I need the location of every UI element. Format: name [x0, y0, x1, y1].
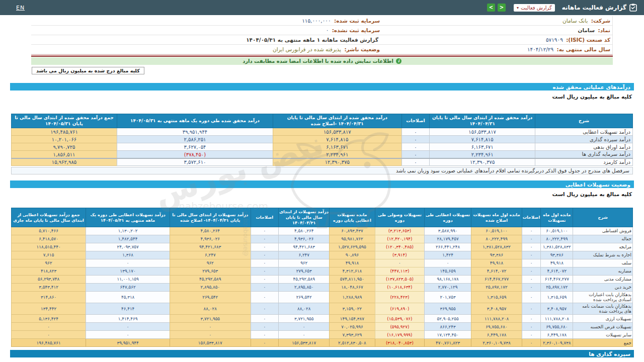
value-cell: ۲,۸۹۵,۸۵۰	[279, 283, 330, 291]
table-row: درآمد تسهیلات اعطایی۱۵۶,۵۳۳,۸۱۷۰۱۵۶,۵۳۳,…	[12, 128, 633, 136]
value-cell: ۵۷۴,۸۱۱,۹۵۰	[330, 275, 375, 283]
value-cell: ۰	[86, 259, 170, 267]
value-cell: ۱۱۸,۵۱۵,۴۴۰	[12, 243, 86, 251]
value-cell: ۲۵,۸۹۷,۱۷۲	[541, 283, 573, 291]
value-cell: ۸۰,۲۲۲,۴۹۹	[471, 235, 522, 243]
value-cell: ۵,۷۱۰,۴۶۶	[12, 227, 86, 235]
value-cell: ۴,۶۱۴,۰۷۲	[471, 267, 522, 275]
value-cell: ۹۵,۹۸۱,۷۶۲	[330, 235, 375, 243]
value-cell: ۶۰,۵۱۹,۱۰۰	[541, 227, 573, 235]
value-cell: ۰	[170, 331, 251, 339]
value-cell: ۰	[86, 331, 170, 339]
million-rial-note-box: کلیه مبالغ درج شده به میلیون ریال می باش…	[32, 67, 144, 74]
value-cell: ۱۴۹,۱۵۴,۳۸۷	[330, 315, 375, 323]
row-label-cell: بدهکاران بابت ضمانت نامه های پرداخت شده	[573, 303, 633, 314]
row-label-cell: درآمد اوراق بدهی	[535, 143, 633, 151]
value-cell: ۰	[522, 291, 541, 303]
value-cell: (۲۲۸,۴۲۳)	[375, 291, 425, 303]
value-cell: ۱۴۵,۶۵۹	[425, 267, 471, 275]
value-cell: (۱۲۰,۳۴۰,۴۸۵)	[375, 243, 425, 251]
table-row: تسهیلات قرض الحسنه۶۹,۷۵۵,۶۸۰۰۶۹,۷۵۵,۶۸۰۸…	[12, 323, 633, 331]
amounts-note: کلیه مبالغ به میلیون ریال است	[0, 94, 632, 100]
value-cell: ۱۹۶,۴۸۵,۷۶۱	[12, 128, 117, 136]
value-cell: ۰	[251, 303, 279, 314]
table-row: اجاره به شرط تملیک۹۳,۳۸۶۰۹۳,۳۸۶۱,۴۲۴(۳,۹…	[12, 251, 633, 259]
value-cell: ۴,۶۱۴,۰۷۲	[541, 267, 573, 275]
fiscal-year-value: ۱۴۰۴/۱۲/۲۹	[527, 46, 553, 52]
value-cell: ۲۰۱,۷۵۳	[425, 291, 471, 303]
next-report-button[interactable]: >	[498, 4, 506, 12]
value-cell: ۰	[279, 331, 330, 339]
operating-income-table: شرحدرآمد محقق شده از ابتدای سال مالی تا …	[11, 114, 633, 166]
row-label-cell: مضاربه	[573, 267, 633, 275]
table-row: بدهکاران بابت ضمانت نامه های پرداخت شده۳…	[12, 303, 633, 314]
isic-label: کد صنعت (ISIC):	[566, 37, 610, 43]
value-cell: ۱۵۶,۵۳۳,۸۱۷	[430, 128, 535, 136]
info-row: کد صنعت (ISIC): ۵۷۱۹۰۹ گزارش فعالیت ماها…	[31, 35, 612, 45]
value-cell: ۰	[251, 315, 279, 323]
value-cell: ۶۱۴,۴۶۷,۲۷۷	[541, 275, 573, 283]
value-cell: ۳۶۹,۹۵۵	[425, 303, 471, 314]
red-divider	[31, 55, 613, 57]
value-cell: ۶۴۷,۵۶۲	[86, 283, 170, 291]
row-label-cell: بدهکاران بابت اعتبارات اسنادی پرداخت شده	[573, 291, 633, 303]
report-type-dropdown[interactable]: گزارش فعالیت ▾	[514, 4, 555, 12]
report-period-field: گزارش فعالیت ماهانه ۱ ماهه منتهی به ۱۴۰۴…	[31, 37, 380, 43]
value-cell: ۱۵۶,۵۳۳,۸۱۷	[170, 339, 251, 347]
table-row: مشارکت مدنی۶۱۴,۴۶۷,۲۷۷۰۶۱۴,۴۶۷,۲۷۷۹۸,۱۶۸…	[12, 275, 633, 283]
value-cell: ۴۹,۹۱۸	[471, 259, 522, 267]
column-header: درآمد تسهیلات از ابتدای سال مالی تا پایا…	[170, 208, 251, 227]
table-row: سلف۴۹,۹۱۸۰۴۹,۹۱۸۰۰۴۹,۹۱۸۹۶۲۰۹۶۲۰۹۶۲	[12, 259, 633, 267]
value-cell: ۳۱۴,۸۶۰	[12, 291, 86, 303]
value-cell: ۰	[522, 251, 541, 259]
chevron-down-icon: ▾	[517, 6, 519, 10]
table-row: بدهکاران بابت اعتبارات اسنادی پرداخت شده…	[12, 291, 633, 303]
value-cell: ۱۲,۳۹۰,۳۷۵	[430, 158, 535, 166]
table-row: سایر تسهیلات۶,۴۴۹,۱۷۸۰۶,۴۴۹,۱۷۸۱۷,۱۲۴,۴۵…	[12, 331, 633, 339]
value-cell: ۰	[170, 323, 251, 331]
value-cell: (۳۷۸,۴۵۰)	[117, 151, 273, 158]
row-label-cell: جمع	[573, 339, 633, 347]
value-cell: ۰	[522, 275, 541, 283]
column-header: مانده تسهیلات اعطایی پایان دوره	[330, 208, 375, 227]
value-cell: ۸۸,۰۲۸	[170, 303, 251, 314]
info-icon: i	[396, 58, 401, 64]
unregistered-capital-value: ۰	[326, 27, 329, 33]
value-cell: ۰	[522, 235, 541, 243]
value-cell: ۳,۷۲۱,۹۵۵	[279, 315, 330, 323]
isic-field: کد صنعت (ISIC): ۵۷۱۹۰۹	[380, 37, 612, 43]
info-row: سال مالی منتهی به: ۱۴۰۴/۱۲/۲۹ وضعیت ناشر…	[31, 45, 612, 54]
column-header: مانده اول ماه تسهیلات اصلاح شده	[471, 208, 522, 227]
table-row: درآمد سپرده گذاری۷,۶۱۴,۸۱۵۰۷,۶۱۴,۸۱۵۲,۵۸…	[12, 136, 633, 143]
signed-match-notice: i اطلاعات نمایش داده شده با اطلاعات امضا…	[31, 57, 613, 65]
value-cell: ۹۶۲	[170, 259, 251, 267]
value-cell: ۲۷۹,۶۵۳	[279, 267, 330, 275]
value-cell: ۱,۴۱۴,۴۶۹	[86, 315, 170, 323]
amounts-note-2: کلیه مبالغ به میلیون ریال است	[0, 191, 632, 197]
value-cell: ۱,۳۱۵,۶۵۹	[471, 291, 522, 303]
table-row: تسهیلات ارزی۱۱۱,۷۸۸,۲۰۸۰۱۱۱,۷۸۸,۲۰۸۵۲,۹۰…	[12, 315, 633, 323]
signed-match-text: اطلاعات نمایش داده شده با اطلاعات امضا ش…	[243, 58, 393, 64]
column-header: جمع درآمد محقق شده از ابتدای سال مالی تا…	[12, 114, 117, 128]
table-row: جمع۲,۳۶۰,۱۰۹,۷۳۸۰۲,۳۶۰,۱۰۹,۷۳۸۴۷۰,۷۶۱,۸۲…	[12, 339, 633, 347]
english-language-link[interactable]: EN	[16, 5, 25, 11]
row-label-cell: درآمد تسهیلات اعطایی	[535, 128, 633, 136]
value-cell: ۳,۷۲۱,۹۵۵	[170, 315, 251, 323]
value-cell: ۰	[401, 158, 430, 166]
value-cell: ۰	[522, 315, 541, 323]
symbol-value: سامان	[578, 27, 595, 33]
value-cell: ۸۸,۰۲۸	[279, 303, 330, 314]
value-cell: ۶,۲۴۷	[279, 251, 330, 259]
issuer-status-label: وضعیت ناشر:	[344, 46, 380, 52]
registered-capital-field: سرمایه ثبت شده: ۱۱۵,۰۰۰,۰۰۰	[31, 18, 380, 24]
row-label-cell: اجاره به شرط تملیک	[573, 251, 633, 259]
value-cell: (۱۳۷,۸۲۳,۵۰۵)	[375, 275, 425, 283]
value-cell: ۶۱۴,۴۶۷,۲۷۷	[471, 275, 522, 283]
table-row: خرید دین۲۵,۸۹۷,۱۷۲۰۲۵,۸۹۷,۱۷۲۲,۷۷۰,۱۲۹(۱…	[12, 283, 633, 291]
table-row: درآمد اوراق بدهی۶,۱۶۳,۶۷۱۰۶,۱۶۳,۶۷۱۳,۶۲۷…	[12, 143, 633, 151]
prev-report-button[interactable]: <	[487, 4, 495, 12]
value-cell: ۳,۵۸۷,۹۹۰	[425, 227, 471, 235]
value-cell: ۰	[12, 323, 86, 331]
value-cell: ۱۵۶,۵۳۳,۸۱۷	[279, 339, 330, 347]
value-cell: ۱۵۶,۵۳۳,۸۱۷	[273, 128, 401, 136]
